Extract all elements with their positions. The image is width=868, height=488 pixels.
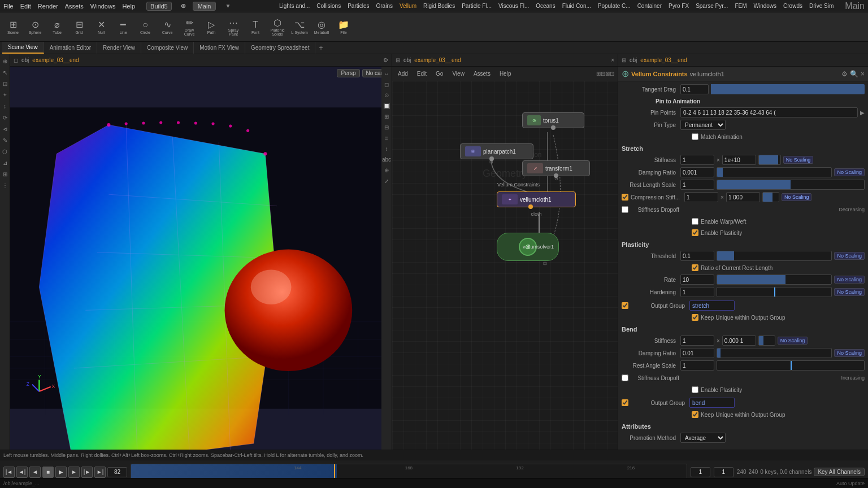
pin-points-input[interactable]	[680, 107, 858, 117]
side-tool-1[interactable]: ↔	[382, 69, 391, 78]
play-next-key-btn[interactable]: |►	[81, 467, 93, 478]
left-panel-btn-7[interactable]: ⊲	[1, 124, 10, 133]
node-transform1[interactable]: ⤢ transform1 ⊙	[522, 160, 590, 176]
play-end-btn[interactable]: ►|	[94, 467, 106, 478]
tab-motion-fx[interactable]: Motion FX View	[194, 42, 245, 54]
side-tool-4[interactable]: 🔲	[382, 101, 391, 110]
menu-pyro[interactable]: Pyro FX	[669, 3, 689, 9]
play-prev-key-btn[interactable]: ◄|	[16, 467, 28, 478]
stretch-stiffness-input1[interactable]	[680, 155, 714, 165]
bend-stiffness-input1[interactable]	[680, 336, 714, 346]
side-tool-8[interactable]: ↕	[382, 144, 391, 153]
menu-container[interactable]: Container	[637, 3, 662, 9]
left-panel-btn-12[interactable]: ⋮	[1, 181, 10, 190]
menu-windows[interactable]: Windows	[90, 3, 116, 10]
side-tool-2[interactable]: ◻	[382, 80, 391, 89]
menu-help[interactable]: Help	[122, 3, 135, 10]
node-go-btn[interactable]: Go	[433, 70, 445, 77]
tool-spray[interactable]: ⋯ Spray Paint	[223, 14, 244, 40]
left-panel-btn-11[interactable]: ⊞	[1, 169, 10, 178]
threshold-slider[interactable]	[717, 251, 832, 261]
enable-warp-checkbox[interactable]	[692, 218, 698, 225]
node-vellumcloth1[interactable]: ✦ vellumcloth1 Vellum Constraints cloth	[497, 191, 576, 207]
menu-sparse[interactable]: Sparse Pyr...	[696, 3, 728, 9]
persp-btn[interactable]: Persp	[337, 69, 359, 77]
add-tab-btn[interactable]: +	[319, 44, 323, 52]
menu-assets[interactable]: Assets	[65, 3, 84, 10]
rate-input[interactable]	[680, 274, 714, 285]
left-panel-btn-5[interactable]: ↕	[1, 102, 10, 111]
side-tool-10[interactable]: ⊕	[382, 165, 391, 175]
rate-slider[interactable]	[717, 274, 832, 285]
node-torus1[interactable]: ⊙ torus1	[522, 112, 584, 128]
hardening-input[interactable]	[680, 287, 714, 297]
tool-path[interactable]: ▷ Path	[201, 14, 222, 40]
output-group-stretch-input[interactable]	[689, 300, 735, 311]
menu-drivesim[interactable]: Drive Sim	[809, 3, 834, 9]
bend-damping-slider[interactable]	[717, 348, 832, 358]
left-panel-btn-2[interactable]: ↖	[1, 68, 10, 77]
compression-input1[interactable]	[684, 192, 718, 202]
tool-curve[interactable]: ∿ Curve	[157, 14, 178, 40]
tool-grid[interactable]: ⊟ Grid	[68, 14, 90, 40]
frame-current-input[interactable]	[107, 467, 127, 477]
side-tool-3[interactable]: ⊙	[382, 90, 391, 99]
menu-file[interactable]: File	[3, 3, 14, 10]
menu-lights[interactable]: Lights and...	[279, 3, 310, 9]
side-tool-5[interactable]: ⊞	[382, 112, 391, 121]
menu-vellum[interactable]: Vellum	[400, 3, 416, 9]
play-start-btn[interactable]: |◄	[3, 467, 15, 478]
left-panel-btn-8[interactable]: ✎	[1, 136, 10, 145]
bend-dropoff-checkbox[interactable]	[622, 374, 628, 381]
menu-particles[interactable]: Particles	[348, 3, 369, 9]
side-tool-6[interactable]: ⊟	[382, 123, 391, 132]
left-panel-btn-9[interactable]: ⬡	[1, 147, 10, 156]
output-group-bend-input[interactable]	[689, 398, 735, 408]
tool-metaball[interactable]: ◎ Metaball	[311, 14, 332, 40]
tool-circle[interactable]: ○ Circle	[134, 14, 156, 40]
stiffness-dropoff-checkbox[interactable]	[622, 206, 628, 213]
rest-length-input[interactable]	[680, 180, 714, 190]
promotion-method-select[interactable]: Average	[680, 433, 726, 443]
side-tool-9[interactable]: abc	[382, 155, 391, 164]
menu-particle-fl[interactable]: Particle Fl...	[462, 3, 492, 9]
menu-crowds[interactable]: Crowds	[783, 3, 802, 9]
play-btn[interactable]: ▶	[55, 467, 67, 478]
play-prev-frame-btn[interactable]: ◄	[29, 467, 41, 478]
menu-fluid[interactable]: Fluid Con...	[562, 3, 591, 9]
hardening-slider[interactable]	[717, 287, 832, 297]
tab-render-view[interactable]: Render View	[97, 42, 141, 54]
tool-tube[interactable]: ⌀ Tube	[46, 14, 68, 40]
tool-platonic[interactable]: ⬡ Platonic Solids	[267, 14, 288, 40]
side-tool-7[interactable]: ≡	[382, 133, 391, 142]
node-help-btn[interactable]: Help	[497, 70, 514, 77]
tool-sphere[interactable]: ⊙ Sphere	[24, 14, 46, 40]
props-close-icon[interactable]: ×	[861, 70, 865, 78]
tool-draw-curve[interactable]: ✏ Draw Curve	[179, 14, 200, 40]
node-assets-btn[interactable]: Assets	[471, 70, 493, 77]
viewport-canvas[interactable]: X Y Z Persp No cam ↔ ◻ ⊙ 🔲 ⊞ ⊟ ≡ ↕	[10, 67, 392, 450]
output-group-stretch-checkbox[interactable]	[622, 302, 628, 309]
menu-edit[interactable]: Edit	[20, 3, 31, 10]
node-vellumsolver1[interactable]: ⊛ vellumsolver1 ⊡	[497, 233, 559, 261]
tab-animation-editor[interactable]: Animation Editor	[44, 42, 97, 54]
menu-oceans[interactable]: Oceans	[536, 3, 555, 9]
frame-start-input[interactable]	[691, 467, 710, 477]
left-panel-btn-3[interactable]: ⊡	[1, 79, 10, 88]
stretch-damping-input[interactable]	[680, 167, 714, 177]
compression-checkbox[interactable]	[622, 194, 628, 201]
node-edit-btn[interactable]: Edit	[415, 70, 429, 77]
tangent-drag-slider[interactable]	[711, 84, 865, 94]
menu-populate[interactable]: Populate C...	[598, 3, 631, 9]
left-panel-btn-4[interactable]: ⌖	[1, 90, 10, 99]
node-planarpatch1[interactable]: ⊠ planarpatch1 ⊡	[460, 143, 533, 159]
menu-windows2[interactable]: Windows	[753, 3, 776, 9]
rest-angle-slider[interactable]	[717, 360, 865, 371]
bend-stiffness-input2[interactable]	[722, 336, 756, 346]
compression-slider[interactable]	[762, 192, 779, 202]
node-view-btn[interactable]: View	[450, 70, 467, 77]
tangent-drag-input[interactable]	[680, 84, 709, 94]
keep-unique-bend-checkbox[interactable]	[692, 411, 698, 418]
menu-rigid[interactable]: Rigid Bodies	[423, 3, 455, 9]
play-stop-btn[interactable]: ■	[42, 467, 54, 478]
